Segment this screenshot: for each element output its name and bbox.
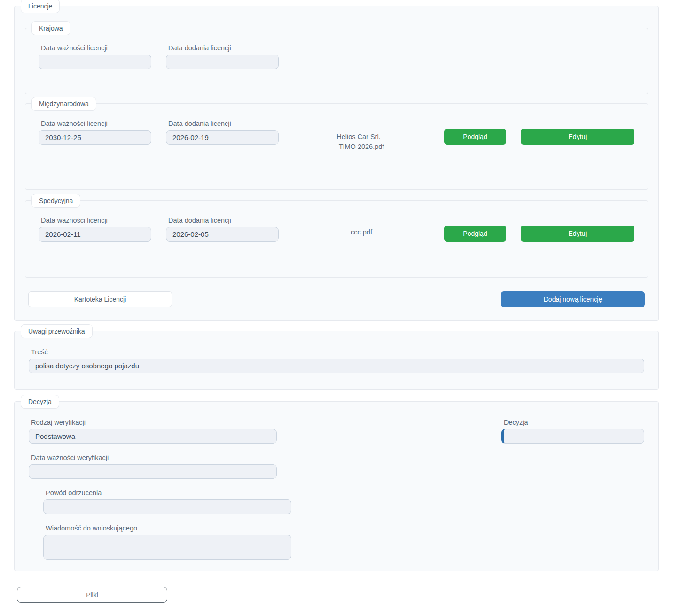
added-date-input[interactable] bbox=[166, 130, 279, 145]
validity-date-input[interactable] bbox=[39, 130, 151, 145]
section-carrier-notes: Uwagi przewoźnika Treść bbox=[14, 331, 659, 390]
license-group-spedycyjna: Spedycyjna Data ważności licencji Data d… bbox=[25, 200, 648, 278]
rejection-reason-input[interactable] bbox=[43, 499, 291, 514]
validity-date-input[interactable] bbox=[39, 227, 151, 242]
preview-button[interactable]: Podgląd bbox=[444, 129, 506, 145]
license-group-spedycyjna-legend: Spedycyjna bbox=[31, 194, 80, 208]
license-file-name-line2: TIMO 2026.pdf bbox=[339, 143, 384, 150]
field-rejection-reason: Powód odrzucenia bbox=[43, 489, 644, 514]
license-file-name: ccc.pdf bbox=[279, 227, 444, 238]
field-added-date: Data dodania licencji bbox=[166, 44, 279, 69]
field-validity-date: Data ważności licencji bbox=[39, 44, 151, 69]
decision-input[interactable] bbox=[501, 429, 644, 444]
license-file-name-line1: Helios Car Srl. _ bbox=[336, 133, 386, 140]
added-date-input[interactable] bbox=[166, 227, 279, 242]
license-group-miedzynarodowa-legend: Międzynarodowa bbox=[31, 97, 96, 111]
verification-expiry-input[interactable] bbox=[29, 464, 277, 479]
section-decision: Decyzja Rodzaj weryfikacji Decyzja Data … bbox=[14, 401, 659, 571]
license-file-name: Helios Car Srl. _ TIMO 2026.pdf bbox=[279, 132, 444, 153]
added-date-label: Data dodania licencji bbox=[168, 217, 279, 224]
section-decision-legend: Decyzja bbox=[21, 395, 59, 409]
validity-date-input[interactable] bbox=[39, 55, 151, 69]
verification-expiry-label: Data ważności weryfikacji bbox=[31, 454, 644, 461]
notes-content-input[interactable] bbox=[29, 359, 644, 373]
validity-date-label: Data ważności licencji bbox=[41, 217, 151, 224]
field-verification-expiry: Data ważności weryfikacji bbox=[29, 454, 644, 479]
applicant-message-label: Wiadomość do wnioskującego bbox=[46, 524, 644, 532]
added-date-label: Data dodania licencji bbox=[168, 44, 279, 52]
add-license-button[interactable]: Dodaj nową licencję bbox=[501, 291, 645, 307]
preview-button[interactable]: Podgląd bbox=[444, 226, 506, 242]
field-validity-date: Data ważności licencji bbox=[39, 217, 151, 242]
edit-button[interactable]: Edytuj bbox=[521, 129, 634, 145]
license-file-name-line1: ccc.pdf bbox=[351, 228, 372, 236]
validity-date-label: Data ważności licencji bbox=[41, 44, 151, 52]
field-decision: Decyzja bbox=[501, 419, 644, 444]
decision-label: Decyzja bbox=[504, 419, 644, 426]
validity-date-label: Data ważności licencji bbox=[41, 120, 151, 127]
license-group-krajowa-legend: Krajowa bbox=[31, 21, 70, 35]
added-date-label: Data dodania licencji bbox=[168, 120, 279, 127]
rejection-reason-label: Powód odrzucenia bbox=[46, 489, 644, 497]
edit-button[interactable]: Edytuj bbox=[521, 226, 634, 242]
verification-type-input[interactable] bbox=[29, 429, 277, 444]
section-carrier-notes-legend: Uwagi przewoźnika bbox=[21, 324, 93, 338]
field-validity-date: Data ważności licencji bbox=[39, 120, 151, 145]
section-licenses-legend: Licencje bbox=[21, 0, 60, 13]
applicant-message-textarea[interactable] bbox=[43, 535, 291, 560]
added-date-input[interactable] bbox=[166, 55, 279, 69]
field-applicant-message: Wiadomość do wnioskującego bbox=[43, 524, 644, 561]
field-verification-type: Rodzaj weryfikacji bbox=[29, 419, 277, 444]
section-licenses: Licencje Krajowa Data ważności licencji … bbox=[14, 6, 659, 321]
verification-type-label: Rodzaj weryfikacji bbox=[31, 419, 277, 426]
field-added-date: Data dodania licencji bbox=[166, 217, 279, 242]
notes-content-label: Treść bbox=[31, 348, 644, 356]
license-group-krajowa: Krajowa Data ważności licencji Data doda… bbox=[25, 28, 648, 94]
field-added-date: Data dodania licencji bbox=[166, 120, 279, 145]
files-section-button[interactable]: Pliki bbox=[17, 587, 167, 603]
license-card-button[interactable]: Kartoteka Licencji bbox=[28, 291, 172, 307]
license-verification-page: Licencje Krajowa Data ważności licencji … bbox=[0, 0, 673, 616]
license-group-miedzynarodowa: Międzynarodowa Data ważności licencji Da… bbox=[25, 103, 648, 190]
licenses-actions-row: Kartoteka Licencji Dodaj nową licencję bbox=[28, 291, 645, 307]
field-notes-content: Treść bbox=[29, 348, 644, 373]
